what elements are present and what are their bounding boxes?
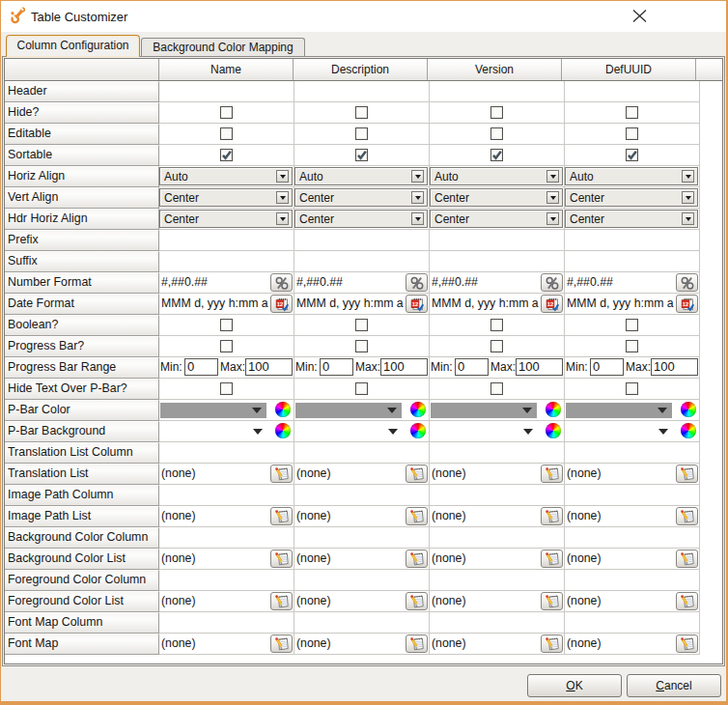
svg-text:12: 12 xyxy=(682,300,687,306)
svg-text:12: 12 xyxy=(546,300,552,306)
svg-text:12: 12 xyxy=(276,300,282,306)
svg-text:12: 12 xyxy=(411,300,417,306)
